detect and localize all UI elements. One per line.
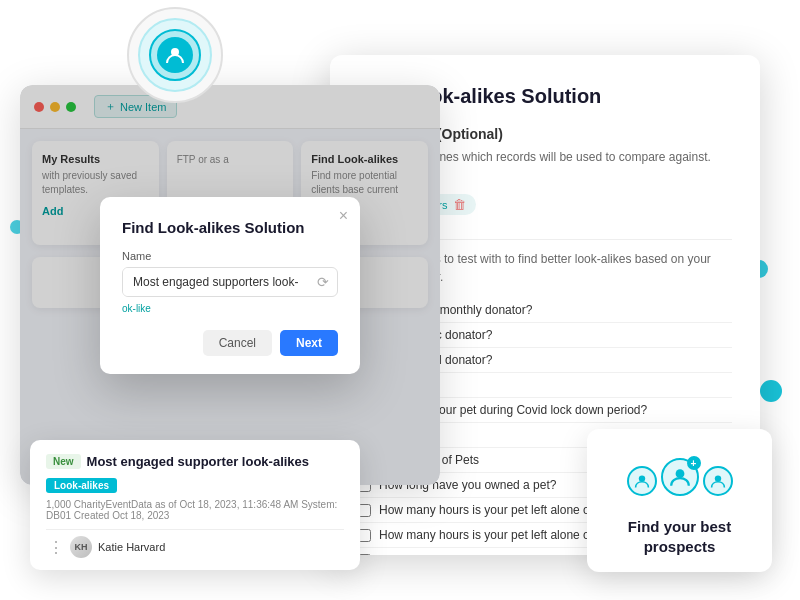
person-name: Katie Harvard	[98, 541, 165, 553]
target-icon-container	[120, 0, 230, 110]
svg-point-2	[675, 469, 684, 478]
more-options-icon[interactable]: ⋮	[48, 538, 64, 557]
dot-9	[760, 380, 782, 402]
promo-icon-group: +	[627, 458, 733, 496]
modal-actions: Cancel Next	[122, 330, 338, 356]
modal-name-input[interactable]	[123, 268, 309, 296]
promo-person-main-icon: +	[661, 458, 699, 496]
modal-hint: ok-like	[122, 303, 338, 314]
scene: Find Look-alikes Solution n Audience (Op…	[0, 0, 800, 600]
modal-cancel-button[interactable]: Cancel	[203, 330, 272, 356]
result-card: New Most engaged supporter look-alikes L…	[30, 440, 360, 570]
modal-input-wrap: ⟳	[122, 267, 338, 297]
badge-new: New	[46, 454, 81, 469]
audience-tag-remove-icon[interactable]: 🗑	[453, 197, 466, 212]
badge-lookalikes: Look-alikes	[46, 478, 117, 493]
promo-icon-area: +	[640, 447, 720, 507]
modal-input-search-icon: ⟳	[309, 274, 337, 290]
modal-title: Find Look-alikes Solution	[122, 219, 338, 236]
modal-overlay: × Find Look-alikes Solution Name ⟳ ok-li…	[20, 85, 440, 485]
promo-card: + Find your best prospects	[587, 429, 772, 572]
svg-point-1	[638, 475, 644, 481]
modal-dialog: × Find Look-alikes Solution Name ⟳ ok-li…	[100, 197, 360, 374]
result-card-meta: 1,000 CharityEventData as of Oct 18, 202…	[46, 499, 344, 521]
promo-title: Find your best prospects	[603, 517, 756, 556]
promo-plus-badge: +	[687, 456, 701, 470]
target-person-icon	[157, 37, 193, 73]
app-panel: ＋ New Item My Results with previously sa…	[20, 85, 440, 485]
result-card-divider	[46, 529, 344, 530]
avatar: KH	[70, 536, 92, 558]
svg-point-3	[714, 475, 720, 481]
result-card-title: Most engaged supporter look-alikes	[87, 454, 310, 469]
result-card-footer: ⋮ KH Katie Harvard	[46, 536, 344, 558]
modal-name-label: Name	[122, 250, 338, 262]
promo-person-right-icon	[703, 466, 733, 496]
promo-person-left-icon	[627, 466, 657, 496]
modal-next-button[interactable]: Next	[280, 330, 338, 356]
target-rings	[125, 5, 225, 105]
modal-close-button[interactable]: ×	[339, 207, 348, 225]
result-card-header: New Most engaged supporter look-alikes	[46, 454, 344, 469]
